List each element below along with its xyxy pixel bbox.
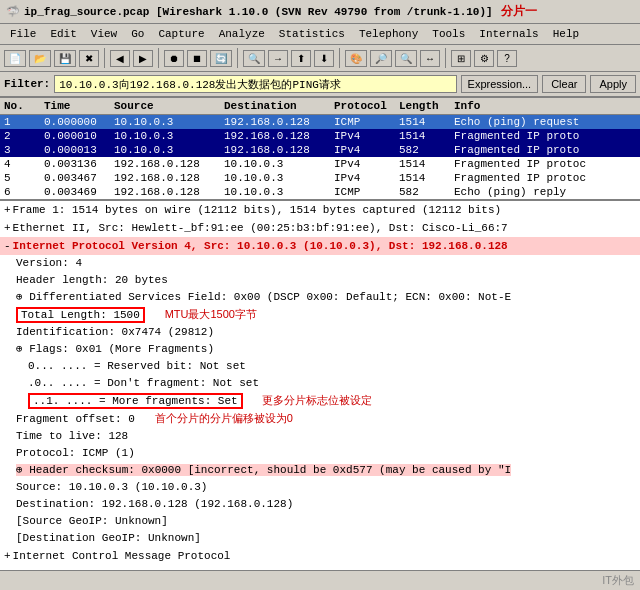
cell-time: 0.000013 xyxy=(44,144,114,156)
cell-proto: IPv4 xyxy=(334,144,399,156)
detail-frame[interactable]: +Frame 1: 1514 bytes on wire (12112 bits… xyxy=(0,201,640,219)
toolbar-capture-restart[interactable]: 🔄 xyxy=(210,50,232,67)
cell-no: 4 xyxy=(4,158,44,170)
toolbar-capture-start[interactable]: ⏺ xyxy=(164,50,184,67)
cell-time: 0.000000 xyxy=(44,116,114,128)
detail-ethernet[interactable]: +Ethernet II, Src: Hewlett-_bf:91:ee (00… xyxy=(0,219,640,237)
cell-dst: 10.10.0.3 xyxy=(224,186,334,198)
toolbar-filter-apply[interactable]: 🔍 xyxy=(243,50,265,67)
detail-panel[interactable]: +Frame 1: 1514 bytes on wire (12112 bits… xyxy=(0,201,640,570)
separator-3 xyxy=(237,48,238,68)
filter-input[interactable] xyxy=(54,75,456,93)
window-title: ip_frag_source.pcap [Wireshark 1.10.0 (S… xyxy=(24,6,493,18)
menu-capture[interactable]: Capture xyxy=(152,26,210,42)
detail-icmp[interactable]: +Internet Control Message Protocol xyxy=(0,547,640,565)
menu-internals[interactable]: Internals xyxy=(473,26,544,42)
toolbar-capture-stop[interactable]: ⏹ xyxy=(187,50,207,67)
cell-info: Fragmented IP protoc xyxy=(454,172,636,184)
detail-line: Total Length: 1500 MTU最大1500字节 xyxy=(0,306,640,324)
toolbar-forward[interactable]: ▶ xyxy=(133,50,153,67)
total-length-box: Total Length: 1500 xyxy=(16,307,145,323)
toolbar-next[interactable]: ⬇ xyxy=(314,50,334,67)
toolbar-open[interactable]: 📂 xyxy=(29,50,51,67)
detail-line: Time to live: 128 xyxy=(0,428,640,445)
cell-no: 6 xyxy=(4,186,44,198)
menu-analyze[interactable]: Analyze xyxy=(213,26,271,42)
cell-proto: IPv4 xyxy=(334,158,399,170)
apply-button[interactable]: Apply xyxy=(590,75,636,93)
toolbar-goto[interactable]: → xyxy=(268,50,288,67)
col-destination: Destination xyxy=(224,100,334,112)
cell-src: 192.168.0.128 xyxy=(114,158,224,170)
detail-line: Header length: 20 bytes xyxy=(0,272,640,289)
cell-info: Fragmented IP proto xyxy=(454,144,636,156)
menu-help[interactable]: Help xyxy=(547,26,585,42)
cell-len: 1514 xyxy=(399,116,454,128)
table-row[interactable]: 1 0.000000 10.10.0.3 192.168.0.128 ICMP … xyxy=(0,115,640,129)
separator-2 xyxy=(158,48,159,68)
toolbar-zoom-in[interactable]: 🔎 xyxy=(370,50,392,67)
menu-tools[interactable]: Tools xyxy=(426,26,471,42)
detail-line: Source: 10.10.0.3 (10.10.0.3) xyxy=(0,479,640,496)
cell-src: 10.10.0.3 xyxy=(114,116,224,128)
detail-line: Fragment offset: 0 首个分片的分片偏移被设为0 xyxy=(0,410,640,428)
table-row[interactable]: 3 0.000013 10.10.0.3 192.168.0.128 IPv4 … xyxy=(0,143,640,157)
detail-line: [Destination GeoIP: Unknown] xyxy=(0,530,640,547)
menu-go[interactable]: Go xyxy=(125,26,150,42)
menu-view[interactable]: View xyxy=(85,26,123,42)
detail-line[interactable]: ⊕ Differentiated Services Field: 0x00 (D… xyxy=(0,289,640,306)
cell-time: 0.000010 xyxy=(44,130,114,142)
cell-len: 582 xyxy=(399,186,454,198)
cell-dst: 10.10.0.3 xyxy=(224,172,334,184)
toolbar-colorize[interactable]: 🎨 xyxy=(345,50,367,67)
expression-button[interactable]: Expression... xyxy=(461,75,539,93)
detail-ip[interactable]: -Internet Protocol Version 4, Src: 10.10… xyxy=(0,237,640,255)
menu-statistics[interactable]: Statistics xyxy=(273,26,351,42)
cell-proto: ICMP xyxy=(334,116,399,128)
cell-src: 192.168.0.128 xyxy=(114,172,224,184)
app-icon: 🦈 xyxy=(6,5,20,18)
more-fragments-box: ..1. .... = More fragments: Set xyxy=(28,393,243,409)
table-row[interactable]: 5 0.003467 192.168.0.128 10.10.0.3 IPv4 … xyxy=(0,171,640,185)
menu-telephony[interactable]: Telephony xyxy=(353,26,424,42)
toolbar-back[interactable]: ◀ xyxy=(110,50,130,67)
toolbar-settings[interactable]: ⚙ xyxy=(474,50,494,67)
table-row[interactable]: 4 0.003136 192.168.0.128 10.10.0.3 IPv4 … xyxy=(0,157,640,171)
separator-5 xyxy=(445,48,446,68)
detail-line[interactable]: ⊕ Header checksum: 0x0000 [incorrect, sh… xyxy=(0,462,640,479)
detail-line: 0... .... = Reserved bit: Not set xyxy=(0,358,640,375)
filter-bar: Filter: Expression... Clear Apply xyxy=(0,72,640,98)
expand-icon: - xyxy=(4,240,11,252)
toolbar-prev[interactable]: ⬆ xyxy=(291,50,311,67)
expand-icon: + xyxy=(4,550,11,562)
col-info: Info xyxy=(454,100,636,112)
toolbar-new[interactable]: 📄 xyxy=(4,50,26,67)
annotation-offset: 首个分片的分片偏移被设为0 xyxy=(155,412,293,424)
panels: No. Time Source Destination Protocol Len… xyxy=(0,98,640,570)
table-row[interactable]: 6 0.003469 192.168.0.128 10.10.0.3 ICMP … xyxy=(0,185,640,199)
detail-line[interactable]: ⊕ Flags: 0x01 (More Fragments) xyxy=(0,341,640,358)
ethernet-text: Ethernet II, Src: Hewlett-_bf:91:ee (00:… xyxy=(13,222,508,234)
detail-line: Version: 4 xyxy=(0,255,640,272)
menu-bar: File Edit View Go Capture Analyze Statis… xyxy=(0,24,640,45)
toolbar-zoom-reset[interactable]: ↔ xyxy=(420,50,440,67)
toolbar: 📄 📂 💾 ✖ ◀ ▶ ⏺ ⏹ 🔄 🔍 → ⬆ ⬇ 🎨 🔎 🔍 ↔ ⊞ ⚙ ? xyxy=(0,45,640,72)
table-row[interactable]: 2 0.000010 10.10.0.3 192.168.0.128 IPv4 … xyxy=(0,129,640,143)
toolbar-resize[interactable]: ⊞ xyxy=(451,50,471,67)
cell-proto: IPv4 xyxy=(334,130,399,142)
menu-edit[interactable]: Edit xyxy=(44,26,82,42)
menu-file[interactable]: File xyxy=(4,26,42,42)
col-length: Length xyxy=(399,100,454,112)
clear-button[interactable]: Clear xyxy=(542,75,586,93)
cell-dst: 10.10.0.3 xyxy=(224,158,334,170)
watermark: IT外包 xyxy=(602,573,634,588)
detail-line: .0.. .... = Don't fragment: Not set xyxy=(0,375,640,392)
toolbar-help[interactable]: ? xyxy=(497,50,517,67)
toolbar-save[interactable]: 💾 xyxy=(54,50,76,67)
fragment-offset-text: Fragment offset: 0 xyxy=(16,413,135,425)
col-time: Time xyxy=(44,100,114,112)
toolbar-zoom-out[interactable]: 🔍 xyxy=(395,50,417,67)
cell-info: Echo (ping) request xyxy=(454,116,636,128)
cell-proto: ICMP xyxy=(334,186,399,198)
toolbar-close[interactable]: ✖ xyxy=(79,50,99,67)
